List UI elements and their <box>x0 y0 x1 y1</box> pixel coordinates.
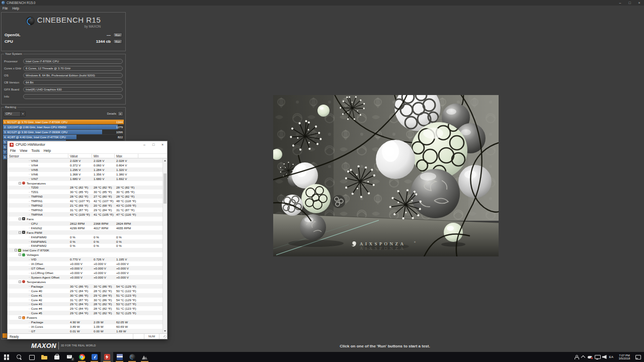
ranking-row[interactable]: 4. 4C/8T @ 4.40 GHz, Intel Core i7-4770K… <box>3 135 124 139</box>
sensor-row[interactable]: –IA Cores3.89 W1.09 W60.69 W <box>8 324 167 329</box>
sensor-row[interactable]: –VIN71.680 V1.680 V1.692 V <box>8 176 167 181</box>
action-center-button[interactable] <box>634 352 641 362</box>
ranking-row[interactable]: 1. 6C/12T @ 3.70 GHz, Intel Core i7-8700… <box>3 120 124 124</box>
column-max[interactable]: Max <box>115 154 138 158</box>
network-button[interactable] <box>594 352 601 362</box>
system-field-value[interactable]: 64 Bit <box>23 80 123 85</box>
system-field-value[interactable] <box>23 94 123 99</box>
sensor-row[interactable]: –LLC/Ring Offset+0.000 V+0.000 V+0.000 V <box>8 270 167 275</box>
sensor-row[interactable]: –Core #231 °C (87 °F)30 °C (86 °F)54 °C … <box>8 298 167 302</box>
sensor-row[interactable]: –System Agent Offset+0.000 V+0.000 V+0.0… <box>8 275 167 280</box>
sensor-row[interactable]: –FANPWM00 %0 %0 % <box>8 235 167 239</box>
sensor-row[interactable]: –Core #429 °C (84 °F)28 °C (82 °F)51 °C … <box>8 306 167 311</box>
menu-file[interactable]: File <box>10 149 16 152</box>
opengl-run-button[interactable]: Run <box>113 33 122 37</box>
maximize-button[interactable]: □ <box>149 143 158 146</box>
tray-expand-button[interactable] <box>580 352 587 362</box>
close-button[interactable]: × <box>634 1 644 5</box>
system-field-value[interactable]: Intel Core i7-8700K CPU <box>23 59 123 64</box>
sensor-row[interactable]: –VIN61.368 V1.356 V1.380 V <box>8 172 167 176</box>
column-sensor[interactable]: Sensor <box>8 154 68 158</box>
scroll-down-icon[interactable] <box>163 329 167 333</box>
taskbar-app-blue-button[interactable] <box>88 352 101 362</box>
sensor-row[interactable]: -Fans PWM <box>8 230 167 235</box>
sensor-row[interactable]: –VID0.770 V0.726 V1.195 V <box>8 257 167 261</box>
taskbar-cinebench-button[interactable] <box>126 352 138 362</box>
taskbar-mail-button[interactable]: 2 <box>63 352 75 362</box>
sensor-row[interactable]: –IA Offset+0.000 V+0.000 V+0.000 V <box>8 261 167 266</box>
column-value[interactable]: Value <box>68 154 92 158</box>
minimize-button[interactable]: – <box>615 1 625 5</box>
sensor-row[interactable]: –Core #529 °C (84 °F)28 °C (82 °F)52 °C … <box>8 311 167 315</box>
people-button[interactable] <box>573 352 580 362</box>
language-indicator[interactable]: EA <box>608 352 615 362</box>
sensor-row[interactable]: -Voltages <box>8 252 167 257</box>
sensor-row[interactable]: –Core #329 °C (84 °F)28 °C (82 °F)53 °C … <box>8 302 167 307</box>
sensor-row[interactable]: –FANIN24299 RPM4017 RPM4655 RPM <box>8 226 167 230</box>
menu-help[interactable]: Help <box>12 7 19 10</box>
sensor-row[interactable]: -Fans <box>8 217 167 221</box>
sensor-row[interactable]: –VIN40.372 V0.060 V0.804 V <box>8 163 167 167</box>
collapse-icon[interactable]: - <box>19 316 21 319</box>
taskbar-task-view-button[interactable] <box>25 352 38 362</box>
sensor-row[interactable]: –GT0.01 W0.00 W1.69 W <box>8 329 167 333</box>
sensor-row[interactable]: –TMPIN331 °C (87 °F)29 °C (84 °F)31 °C (… <box>8 208 167 212</box>
sensor-row[interactable]: –TZ0130 °C (85 °F)30 °C (85 °F)30 °C (85… <box>8 190 167 194</box>
collapse-icon[interactable]: - <box>19 218 21 220</box>
collapse-icon[interactable]: - <box>19 253 21 256</box>
collapse-icon[interactable]: - <box>15 249 17 251</box>
taskbar-cpu-z-button[interactable] <box>113 352 126 362</box>
sensor-row[interactable]: –TMPIN443 °C (109 °F)41 °C (105 °F)47 °C… <box>8 212 167 217</box>
onedrive-status[interactable] <box>587 352 594 362</box>
scrollbar[interactable] <box>163 158 167 333</box>
sensor-row[interactable]: -Intel Core i7 8700K <box>8 248 167 252</box>
taskbar-start-button[interactable] <box>0 352 13 362</box>
taskbar-app-gray-button[interactable] <box>138 352 151 362</box>
collapse-icon[interactable]: - <box>19 182 21 185</box>
sensor-row[interactable]: –Package30 °C (86 °F)30 °C (86 °F)54 °C … <box>8 284 167 289</box>
sensor-row[interactable]: -Temperatures <box>8 280 167 284</box>
taskbar-hwmonitor-button[interactable] <box>101 352 113 362</box>
sensor-row[interactable]: –Package4.90 W2.09 W62.05 W <box>8 320 167 324</box>
sensor-row[interactable]: –CPU2812 RPM2368 RPM2824 RPM <box>8 221 167 226</box>
sensor-row[interactable]: –TMPIN028 °C (82 °F)27 °C (80 °F)28 °C (… <box>8 194 167 199</box>
sensor-row[interactable]: –GT Offset+0.000 V+0.000 V+0.000 V <box>8 266 167 270</box>
details-button[interactable]: ▸ <box>118 111 123 116</box>
sensor-row[interactable]: –VIN32.028 V2.028 V2.028 V <box>8 158 167 163</box>
sensor-row[interactable]: -Powers <box>8 315 167 320</box>
system-field-value[interactable]: Intel(R) UHD Graphics 630 <box>23 87 123 92</box>
close-button[interactable]: × <box>158 143 167 146</box>
system-field-value[interactable]: Windows 8, 64 Bit, Professional Edition … <box>23 73 123 78</box>
sensor-row[interactable]: –TZ0028 °C (82 °F)28 °C (82 °F)28 °C (82… <box>8 186 167 190</box>
menu-help[interactable]: Help <box>44 149 51 152</box>
scroll-up-icon[interactable] <box>163 158 167 163</box>
ranking-filter-dropdown[interactable]: CPU ▾ <box>4 111 26 117</box>
menu-tools[interactable]: Tools <box>31 149 39 152</box>
sensor-row[interactable]: –TMPIN221 °C (69 °F)20 °C (68 °F)43 °C (… <box>8 203 167 208</box>
taskbar-search-button[interactable] <box>13 352 25 362</box>
hwmonitor-titlebar[interactable]: CPUID HWMonitor – □ × <box>8 141 167 148</box>
sensor-row[interactable]: –FANPWM20 %0 %0 % <box>8 244 167 248</box>
resize-grip[interactable] <box>164 335 167 338</box>
sensor-row[interactable]: –Core #130 °C (86 °F)29 °C (84 °F)51 °C … <box>8 293 167 298</box>
volume-button[interactable] <box>601 352 608 362</box>
cpu-run-button[interactable]: Run <box>113 39 122 44</box>
collapse-icon[interactable]: - <box>19 231 21 234</box>
ranking-row[interactable]: 3. 6C/12T @ 3.30 GHz, Intel Core i7-3930… <box>3 130 124 134</box>
taskbar-file-explorer-button[interactable] <box>38 352 50 362</box>
menu-file[interactable]: File <box>3 7 8 10</box>
sensor-row[interactable]: –Core #029 °C (84 °F)28 °C (82 °F)50 °C … <box>8 289 167 293</box>
maximize-button[interactable]: □ <box>625 1 634 5</box>
sensor-row[interactable]: –VIN51.296 V1.284 V1.320 V <box>8 167 167 172</box>
collapse-icon[interactable]: - <box>19 281 21 283</box>
scrollbar-thumb[interactable] <box>164 173 167 204</box>
system-field-value[interactable]: 6 Cores, 12 Threads @ 3.70 GHz <box>23 66 123 71</box>
clock[interactable]: 7:07 PM 3/5/2018 <box>615 354 634 360</box>
ranking-row[interactable]: 2. 12C/24T @ 2.66 GHz, Intel Xeon CPU X5… <box>3 125 124 129</box>
sensor-row[interactable]: –FANPWM10 %0 %0 % <box>8 239 167 244</box>
minimize-button[interactable]: – <box>140 143 149 146</box>
taskbar-store-button[interactable] <box>50 352 63 362</box>
column-min[interactable]: Min <box>92 154 115 158</box>
menu-view[interactable]: View <box>20 149 27 152</box>
taskbar-chrome-button[interactable] <box>75 352 88 362</box>
